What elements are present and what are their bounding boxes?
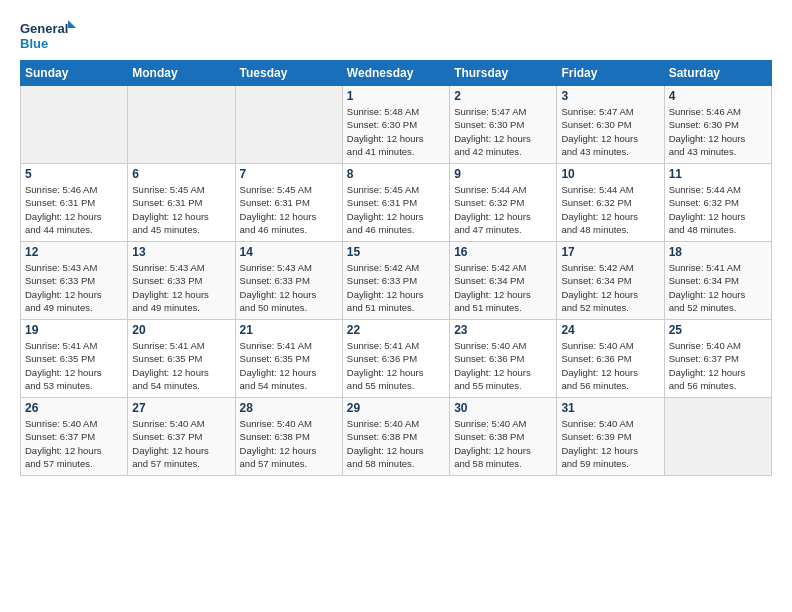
calendar-cell: 6Sunrise: 5:45 AM Sunset: 6:31 PM Daylig… [128,164,235,242]
day-info: Sunrise: 5:42 AM Sunset: 6:34 PM Dayligh… [454,261,552,314]
day-number: 13 [132,245,230,259]
week-row-4: 19Sunrise: 5:41 AM Sunset: 6:35 PM Dayli… [21,320,772,398]
day-number: 20 [132,323,230,337]
calendar-cell [128,86,235,164]
calendar-cell: 31Sunrise: 5:40 AM Sunset: 6:39 PM Dayli… [557,398,664,476]
day-info: Sunrise: 5:40 AM Sunset: 6:38 PM Dayligh… [240,417,338,470]
day-info: Sunrise: 5:41 AM Sunset: 6:35 PM Dayligh… [240,339,338,392]
calendar-cell: 18Sunrise: 5:41 AM Sunset: 6:34 PM Dayli… [664,242,771,320]
day-info: Sunrise: 5:40 AM Sunset: 6:36 PM Dayligh… [561,339,659,392]
calendar-cell [235,86,342,164]
day-info: Sunrise: 5:41 AM Sunset: 6:35 PM Dayligh… [132,339,230,392]
day-number: 29 [347,401,445,415]
calendar-cell: 21Sunrise: 5:41 AM Sunset: 6:35 PM Dayli… [235,320,342,398]
day-info: Sunrise: 5:45 AM Sunset: 6:31 PM Dayligh… [240,183,338,236]
calendar-cell: 20Sunrise: 5:41 AM Sunset: 6:35 PM Dayli… [128,320,235,398]
day-info: Sunrise: 5:40 AM Sunset: 6:39 PM Dayligh… [561,417,659,470]
calendar-cell: 30Sunrise: 5:40 AM Sunset: 6:38 PM Dayli… [450,398,557,476]
week-row-1: 1Sunrise: 5:48 AM Sunset: 6:30 PM Daylig… [21,86,772,164]
day-number: 31 [561,401,659,415]
day-info: Sunrise: 5:43 AM Sunset: 6:33 PM Dayligh… [25,261,123,314]
calendar-cell: 11Sunrise: 5:44 AM Sunset: 6:32 PM Dayli… [664,164,771,242]
day-info: Sunrise: 5:43 AM Sunset: 6:33 PM Dayligh… [132,261,230,314]
week-row-3: 12Sunrise: 5:43 AM Sunset: 6:33 PM Dayli… [21,242,772,320]
day-number: 24 [561,323,659,337]
day-info: Sunrise: 5:47 AM Sunset: 6:30 PM Dayligh… [454,105,552,158]
day-number: 30 [454,401,552,415]
day-info: Sunrise: 5:41 AM Sunset: 6:35 PM Dayligh… [25,339,123,392]
calendar-cell: 8Sunrise: 5:45 AM Sunset: 6:31 PM Daylig… [342,164,449,242]
day-number: 12 [25,245,123,259]
logo: General Blue [20,18,80,54]
day-number: 11 [669,167,767,181]
day-info: Sunrise: 5:40 AM Sunset: 6:37 PM Dayligh… [132,417,230,470]
day-info: Sunrise: 5:40 AM Sunset: 6:37 PM Dayligh… [669,339,767,392]
day-number: 19 [25,323,123,337]
weekday-header-wednesday: Wednesday [342,61,449,86]
svg-text:General: General [20,21,68,36]
day-number: 4 [669,89,767,103]
calendar-cell: 2Sunrise: 5:47 AM Sunset: 6:30 PM Daylig… [450,86,557,164]
day-number: 2 [454,89,552,103]
day-info: Sunrise: 5:42 AM Sunset: 6:33 PM Dayligh… [347,261,445,314]
day-number: 10 [561,167,659,181]
svg-marker-2 [68,20,76,28]
day-number: 3 [561,89,659,103]
weekday-header-row: SundayMondayTuesdayWednesdayThursdayFrid… [21,61,772,86]
day-number: 18 [669,245,767,259]
weekday-header-tuesday: Tuesday [235,61,342,86]
weekday-header-thursday: Thursday [450,61,557,86]
day-info: Sunrise: 5:45 AM Sunset: 6:31 PM Dayligh… [132,183,230,236]
day-number: 16 [454,245,552,259]
day-number: 26 [25,401,123,415]
day-number: 6 [132,167,230,181]
calendar-cell: 29Sunrise: 5:40 AM Sunset: 6:38 PM Dayli… [342,398,449,476]
day-number: 14 [240,245,338,259]
calendar-cell: 1Sunrise: 5:48 AM Sunset: 6:30 PM Daylig… [342,86,449,164]
day-info: Sunrise: 5:40 AM Sunset: 6:37 PM Dayligh… [25,417,123,470]
day-info: Sunrise: 5:44 AM Sunset: 6:32 PM Dayligh… [561,183,659,236]
page: General Blue SundayMondayTuesdayWednesda… [0,0,792,488]
logo-svg: General Blue [20,18,80,54]
week-row-5: 26Sunrise: 5:40 AM Sunset: 6:37 PM Dayli… [21,398,772,476]
calendar-cell: 12Sunrise: 5:43 AM Sunset: 6:33 PM Dayli… [21,242,128,320]
day-number: 15 [347,245,445,259]
weekday-header-friday: Friday [557,61,664,86]
day-info: Sunrise: 5:47 AM Sunset: 6:30 PM Dayligh… [561,105,659,158]
day-info: Sunrise: 5:44 AM Sunset: 6:32 PM Dayligh… [669,183,767,236]
calendar-cell: 26Sunrise: 5:40 AM Sunset: 6:37 PM Dayli… [21,398,128,476]
day-info: Sunrise: 5:48 AM Sunset: 6:30 PM Dayligh… [347,105,445,158]
header: General Blue [20,18,772,54]
calendar-cell: 7Sunrise: 5:45 AM Sunset: 6:31 PM Daylig… [235,164,342,242]
week-row-2: 5Sunrise: 5:46 AM Sunset: 6:31 PM Daylig… [21,164,772,242]
calendar-cell: 4Sunrise: 5:46 AM Sunset: 6:30 PM Daylig… [664,86,771,164]
day-info: Sunrise: 5:40 AM Sunset: 6:38 PM Dayligh… [347,417,445,470]
calendar-cell: 9Sunrise: 5:44 AM Sunset: 6:32 PM Daylig… [450,164,557,242]
calendar-cell: 16Sunrise: 5:42 AM Sunset: 6:34 PM Dayli… [450,242,557,320]
calendar-cell: 14Sunrise: 5:43 AM Sunset: 6:33 PM Dayli… [235,242,342,320]
day-number: 22 [347,323,445,337]
calendar-cell: 17Sunrise: 5:42 AM Sunset: 6:34 PM Dayli… [557,242,664,320]
day-number: 27 [132,401,230,415]
day-info: Sunrise: 5:41 AM Sunset: 6:36 PM Dayligh… [347,339,445,392]
day-number: 7 [240,167,338,181]
calendar-cell: 28Sunrise: 5:40 AM Sunset: 6:38 PM Dayli… [235,398,342,476]
weekday-header-monday: Monday [128,61,235,86]
day-number: 21 [240,323,338,337]
weekday-header-saturday: Saturday [664,61,771,86]
calendar-table: SundayMondayTuesdayWednesdayThursdayFrid… [20,60,772,476]
calendar-cell: 27Sunrise: 5:40 AM Sunset: 6:37 PM Dayli… [128,398,235,476]
day-info: Sunrise: 5:46 AM Sunset: 6:31 PM Dayligh… [25,183,123,236]
day-info: Sunrise: 5:45 AM Sunset: 6:31 PM Dayligh… [347,183,445,236]
day-number: 8 [347,167,445,181]
calendar-cell: 3Sunrise: 5:47 AM Sunset: 6:30 PM Daylig… [557,86,664,164]
day-info: Sunrise: 5:40 AM Sunset: 6:36 PM Dayligh… [454,339,552,392]
calendar-cell [664,398,771,476]
day-info: Sunrise: 5:44 AM Sunset: 6:32 PM Dayligh… [454,183,552,236]
calendar-cell: 24Sunrise: 5:40 AM Sunset: 6:36 PM Dayli… [557,320,664,398]
calendar-cell: 23Sunrise: 5:40 AM Sunset: 6:36 PM Dayli… [450,320,557,398]
calendar-cell: 15Sunrise: 5:42 AM Sunset: 6:33 PM Dayli… [342,242,449,320]
day-number: 1 [347,89,445,103]
calendar-cell: 25Sunrise: 5:40 AM Sunset: 6:37 PM Dayli… [664,320,771,398]
calendar-cell: 5Sunrise: 5:46 AM Sunset: 6:31 PM Daylig… [21,164,128,242]
